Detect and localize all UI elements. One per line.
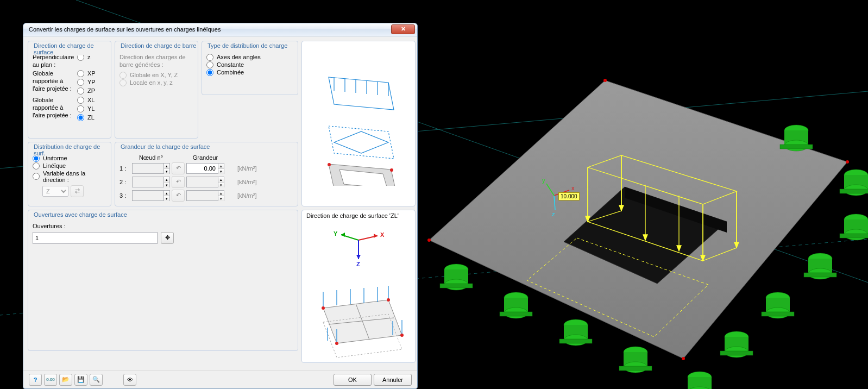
dialog-convert-surface-loads: Convertir les charges de surface sur les…	[23, 23, 418, 389]
save-icon: 💾	[77, 376, 85, 383]
button-bar: ? 0.00 📂 💾 🔍 👁 OK Annuler	[23, 371, 417, 388]
radio-zp[interactable]: ZP	[77, 87, 106, 95]
pick-node-3-button: ↶	[172, 190, 185, 202]
pick-node-1-button: ↶	[172, 162, 185, 174]
svg-point-87	[328, 163, 331, 166]
svg-point-113	[400, 334, 404, 337]
ouvertures-label: Ouvertures :	[33, 222, 293, 230]
radio-variable[interactable]: Variable dans la direction :	[33, 170, 106, 183]
group-title: Type de distribution de charge	[206, 42, 288, 49]
grandeur-2-input: ▴▾	[186, 177, 224, 187]
radio-xl[interactable]: XL	[77, 97, 106, 104]
ok-button[interactable]: OK	[334, 374, 372, 386]
dialog-title: Convertir les charges de surface sur les…	[29, 26, 391, 33]
noeud-3-input: ▴▾	[132, 190, 170, 201]
svg-marker-89	[374, 234, 378, 238]
noeud-1-input: ▴▾	[132, 163, 170, 174]
group-grandeur: Grandeur de la charge de surface Nœud n°…	[115, 142, 298, 206]
pick-node-2-button: ↶	[172, 176, 185, 188]
svg-marker-80	[329, 126, 394, 159]
svg-point-22	[427, 239, 431, 242]
label-perpendiculaire: Perpendiculaire au plan :	[33, 53, 75, 68]
radio-locale-xyz: Locale en x, y, z	[119, 79, 193, 86]
eye-icon: 👁	[127, 377, 133, 383]
preview-direction-image: Direction de charge de surface 'ZL' X Y …	[301, 210, 416, 363]
group-title: Direction de charge de surface	[33, 42, 111, 55]
viewport-load-label: 10.000	[558, 192, 580, 200]
radio-yl[interactable]: YL	[77, 105, 106, 112]
radio-zl[interactable]: ZL	[77, 114, 106, 121]
unit-1: [kN/m²]	[237, 165, 259, 172]
titlebar[interactable]: Convertir les charges de surface sur les…	[23, 23, 417, 36]
search-button[interactable]: 🔍	[90, 374, 103, 386]
group-title: Ouvertures avec charge de surface	[33, 211, 128, 218]
preview-toggle-button[interactable]: 👁	[123, 374, 136, 386]
pick-ouvertures-button[interactable]: ✥	[161, 232, 174, 244]
svg-text:Y: Y	[334, 230, 338, 237]
help-button[interactable]: ?	[29, 374, 42, 386]
svg-rect-40	[559, 339, 592, 343]
group-ouvertures: Ouvertures avec charge de surface Ouvert…	[28, 210, 298, 351]
svg-rect-72	[780, 145, 813, 149]
group-title: Direction de charge de barre	[119, 42, 197, 49]
svg-point-114	[335, 342, 338, 345]
unit-3: [kN/m²]	[237, 192, 259, 199]
svg-point-112	[387, 298, 390, 302]
svg-point-20	[846, 160, 849, 164]
row1: 1 :	[119, 165, 130, 172]
svg-rect-52	[720, 351, 753, 355]
col-grandeur: Grandeur	[186, 154, 224, 161]
row3: 3 :	[119, 192, 130, 199]
radio-constante[interactable]: Constante	[206, 61, 293, 68]
radio-yp[interactable]: YP	[77, 79, 106, 86]
digits-icon: 0.00	[46, 377, 55, 382]
group-distribution-surf: Distribution de charge de surf. Uniforme…	[28, 142, 111, 206]
folder-icon: 📂	[62, 376, 70, 383]
group-title: Grandeur de la charge de surface	[119, 143, 211, 150]
group-direction-charge-surface: Direction de charge de surface Perpendic…	[28, 41, 111, 139]
axis-pick-icon-button: ⇄	[71, 185, 84, 197]
help-icon: ?	[34, 377, 37, 383]
axis-select: Z	[42, 186, 68, 197]
grandeur-1-input[interactable]: ▴▾	[186, 163, 224, 174]
unit-2: [kN/m²]	[237, 179, 259, 185]
radio-combinee[interactable]: Combinée	[206, 69, 293, 76]
svg-rect-68	[840, 189, 868, 193]
svg-text:X: X	[380, 231, 385, 238]
group-title: Distribution de charge de surf.	[33, 143, 111, 156]
label-globale-projetee-2: Globale rapportée à l'aire projetée :	[33, 96, 75, 119]
pick-icon: ↶	[176, 165, 181, 172]
svg-text:y: y	[542, 177, 545, 184]
svg-marker-73	[329, 77, 394, 110]
svg-point-21	[682, 357, 685, 360]
pick-icon: ↶	[176, 192, 181, 199]
barre-subtitle: Direction des charges de barre générées …	[119, 53, 193, 68]
label-globale-projetee-1: Globale rapportée à l'aire projetée :	[33, 70, 75, 92]
svg-rect-36	[500, 312, 532, 316]
cursor-pick-icon: ✥	[165, 234, 170, 241]
units-button[interactable]: 0.00	[44, 374, 57, 386]
svg-point-111	[322, 306, 325, 310]
svg-marker-95	[356, 255, 361, 259]
save-button[interactable]: 💾	[74, 374, 87, 386]
ouvertures-input[interactable]	[33, 232, 158, 244]
close-button[interactable]: ✕	[391, 24, 415, 34]
search-icon: 🔍	[92, 376, 100, 383]
pick-icon: ↶	[176, 178, 181, 185]
svg-rect-64	[840, 234, 868, 238]
svg-rect-56	[762, 312, 794, 316]
radio-xp[interactable]: XP	[77, 70, 106, 77]
preview-distribution-image	[301, 41, 416, 206]
row2: 2 :	[119, 178, 130, 186]
radio-axes-angles[interactable]: Axes des angles	[206, 54, 293, 61]
svg-marker-81	[334, 131, 388, 153]
col-noeud: Nœud n°	[132, 154, 170, 161]
noeud-2-input: ▴▾	[132, 177, 170, 187]
group-type-distribution: Type de distribution de charge Axes des …	[202, 41, 298, 95]
close-icon: ✕	[401, 26, 406, 32]
svg-rect-32	[440, 284, 473, 288]
svg-rect-44	[619, 366, 652, 371]
open-button[interactable]: 📂	[59, 374, 72, 386]
cancel-button[interactable]: Annuler	[374, 374, 412, 386]
radio-lineique[interactable]: Linéïque	[33, 162, 106, 170]
